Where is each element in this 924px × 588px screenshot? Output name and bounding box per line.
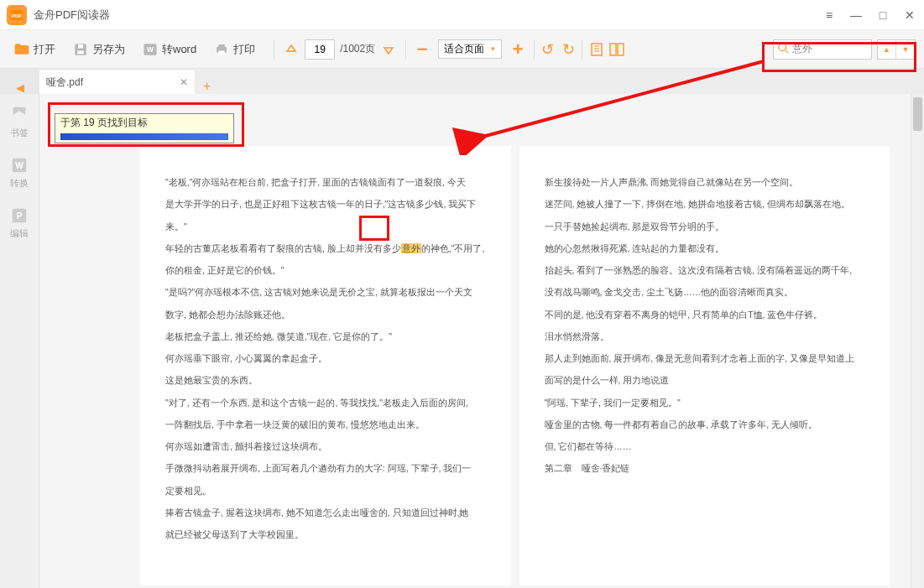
svg-text:W: W xyxy=(15,161,23,170)
app-title: 金舟PDF阅读器 xyxy=(34,8,822,23)
page-input[interactable] xyxy=(305,39,335,60)
menu-button[interactable]: ≡ xyxy=(822,8,837,23)
svg-text:P: P xyxy=(17,211,23,221)
open-label: 打开 xyxy=(34,42,55,57)
maximize-button[interactable]: □ xyxy=(875,8,890,23)
page-nav: /1002页 xyxy=(281,39,399,60)
rotate-right-button[interactable]: ↻ xyxy=(562,40,575,59)
chevron-down-icon: ▼ xyxy=(489,45,496,53)
page-down-button[interactable] xyxy=(378,39,399,60)
document-area: "老板,"何亦瑶站在柜台前, 把盒子打开, 里面的古镜镜面有了一道裂痕, 今天是… xyxy=(39,94,924,588)
zoom-select[interactable]: 适合页面 ▼ xyxy=(438,39,502,59)
document-tab[interactable]: 哑舍.pdf ✕ xyxy=(39,70,195,94)
save-icon xyxy=(72,41,89,58)
search-box[interactable] xyxy=(773,39,872,60)
to-word-label: 转word xyxy=(162,42,196,57)
tooltip-text: 于第 19 页找到目标 xyxy=(60,117,228,130)
svg-rect-4 xyxy=(78,44,83,49)
svg-text:W: W xyxy=(147,46,154,54)
vertical-scrollbar[interactable] xyxy=(911,94,924,588)
search-prev-button[interactable]: ▲ xyxy=(878,40,896,59)
save-as-label: 另存为 xyxy=(92,42,125,57)
word-icon: W xyxy=(142,41,159,58)
sidebar-edit-label: 编辑 xyxy=(10,227,29,240)
close-button[interactable]: ✕ xyxy=(902,8,917,23)
zoom-out-button[interactable]: − xyxy=(413,39,431,60)
rotate-left-button[interactable]: ↺ xyxy=(541,40,554,59)
open-button[interactable]: 打开 xyxy=(8,38,60,61)
search-result-tooltip: 于第 19 页找到目标 xyxy=(55,113,234,143)
main-area: 书签 W 转换 P 编辑 "老板,"何亦瑶站在柜台前, 把盒子打开, 里面的古镜… xyxy=(0,94,924,588)
titlebar: PDF 金舟PDF阅读器 ≡ — □ ✕ xyxy=(0,0,924,30)
collapse-sidebar-button[interactable]: ◀ xyxy=(0,81,39,94)
svg-rect-10 xyxy=(592,44,602,55)
print-label: 打印 xyxy=(233,42,255,57)
svg-line-17 xyxy=(786,49,789,53)
svg-text:PDF: PDF xyxy=(12,13,22,18)
folder-icon xyxy=(13,41,30,58)
save-as-button[interactable]: 另存为 xyxy=(67,38,130,61)
search-input[interactable] xyxy=(792,44,868,55)
sidebar-edit-button[interactable]: P 编辑 xyxy=(10,206,29,240)
sidebar-convert-label: 转换 xyxy=(10,177,29,190)
toolbar: 打开 另存为 W 转word 打印 /1002页 − 适合页面 ▼ + ↺ ↻ xyxy=(0,30,924,69)
search-nav: ▲ ▼ xyxy=(877,39,916,60)
sidebar-convert-button[interactable]: W 转换 xyxy=(10,156,29,190)
sidebar-bookmark-label: 书签 xyxy=(10,127,29,139)
print-button[interactable]: 打印 xyxy=(208,38,260,61)
to-word-button[interactable]: W 转word xyxy=(137,38,201,61)
tab-add-button[interactable]: + xyxy=(195,79,219,94)
single-page-view-button[interactable] xyxy=(589,42,604,57)
search-icon xyxy=(777,42,789,57)
tab-close-button[interactable]: ✕ xyxy=(180,76,188,88)
svg-rect-8 xyxy=(218,44,225,49)
zoom-in-button[interactable]: + xyxy=(509,39,527,60)
svg-rect-14 xyxy=(610,44,616,55)
two-page-view-button[interactable] xyxy=(609,42,624,57)
minimize-button[interactable]: — xyxy=(848,8,864,23)
print-icon xyxy=(213,41,230,58)
page-left: "老板,"何亦瑶站在柜台前, 把盒子打开, 里面的古镜镜面有了一道裂痕, 今天是… xyxy=(140,146,511,585)
window-controls: ≡ — □ ✕ xyxy=(822,8,917,23)
page-right: 新生接待处一片人声鼎沸, 而她觉得自己就像站在另一个空间。迷茫间, 她被人撞了一… xyxy=(519,146,890,585)
search-next-button[interactable]: ▼ xyxy=(896,40,915,59)
svg-rect-9 xyxy=(218,50,225,55)
svg-rect-15 xyxy=(618,44,624,55)
scroll-thumb[interactable] xyxy=(913,97,922,131)
page-total: /1002页 xyxy=(340,42,375,56)
zoom-label: 适合页面 xyxy=(444,42,484,56)
sidebar: 书签 W 转换 P 编辑 xyxy=(0,94,39,588)
tabbar: ◀ 哑舍.pdf ✕ + xyxy=(0,69,924,94)
tooltip-progress xyxy=(60,133,228,140)
app-icon: PDF xyxy=(7,5,27,25)
svg-point-16 xyxy=(779,43,786,50)
svg-rect-3 xyxy=(77,50,84,54)
tab-label: 哑舍.pdf xyxy=(46,75,83,90)
page-up-button[interactable] xyxy=(281,39,301,60)
sidebar-bookmark-button[interactable]: 书签 xyxy=(10,106,29,139)
